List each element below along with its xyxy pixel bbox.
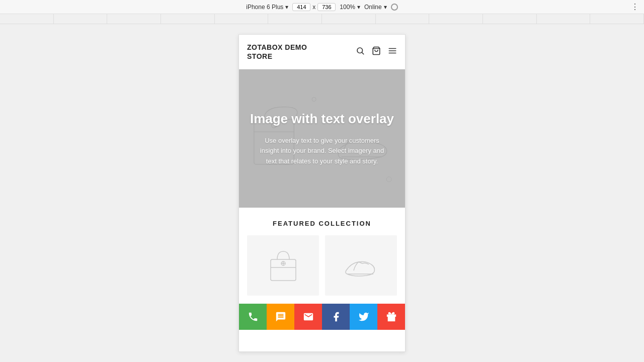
connection-selector[interactable]: Online ▾ [364,4,387,11]
ruler-tick [483,14,537,24]
menu-icon[interactable] [388,46,397,58]
gift-button[interactable] [377,304,405,330]
store-icons [356,46,397,58]
zoom-selector[interactable]: 100% ▾ [340,4,360,11]
ruler-tick [537,14,591,24]
social-bar [239,304,405,330]
phone-frame: ZOTABOX DEMO STORE [238,34,406,352]
product-card-1[interactable] [247,235,319,296]
ruler-tick [161,14,215,24]
width-input[interactable] [292,3,310,11]
device-dropdown-icon[interactable]: ▾ [285,4,288,11]
phone-icon [248,311,259,322]
chat-icon [275,311,286,322]
ruler-tick [376,14,430,24]
store-header: ZOTABOX DEMO STORE [239,35,405,69]
main-area: ZOTABOX DEMO STORE [0,24,644,362]
chat-button[interactable] [267,304,294,330]
product-image-bag [263,245,303,286]
store-title: ZOTABOX DEMO STORE [247,43,307,61]
ruler [0,14,644,24]
x-separator: x [312,4,315,11]
status-indicator [391,4,398,11]
cart-icon[interactable] [372,46,381,58]
hero-subtitle: Use overlay text to give your customers … [257,136,387,167]
facebook-icon [331,311,342,322]
ruler-tick [590,14,644,24]
twitter-button[interactable] [350,304,377,330]
zoom-dropdown-icon[interactable]: ▾ [357,4,360,11]
hero-title: Image with text overlay [250,111,394,128]
hero-section: Image with text overlay Use overlay text… [239,69,405,208]
svg-line-1 [362,52,363,54]
twitter-icon [358,311,369,322]
ruler-tick [54,14,108,24]
facebook-button[interactable] [322,304,350,330]
search-icon[interactable] [356,46,365,58]
product-card-2[interactable] [325,235,397,296]
ruler-tick [0,14,54,24]
device-selector[interactable]: iPhone 6 Plus ▾ [246,4,288,11]
zoom-label: 100% [340,4,355,11]
connection-dropdown-icon[interactable]: ▾ [384,4,387,11]
ruler-tick [429,14,483,24]
featured-section: FEATURED COLLECTION [239,208,405,304]
featured-collection-title: FEATURED COLLECTION [247,220,397,227]
svg-rect-19 [386,315,395,317]
device-label: iPhone 6 Plus [246,4,283,11]
product-image-shoe [341,245,381,286]
hero-content: Image with text overlay Use overlay text… [240,101,404,177]
dimensions-area: x [292,3,336,11]
ruler-tick [215,14,269,24]
gift-icon [386,311,397,322]
email-icon [303,311,314,322]
email-button[interactable] [294,304,322,330]
ruler-tick [268,14,322,24]
toolbar: iPhone 6 Plus ▾ x 100% ▾ Online ▾ ⋮ [0,0,644,14]
phone-button[interactable] [239,304,267,330]
height-input[interactable] [317,3,336,11]
more-options-button[interactable]: ⋮ [631,2,639,12]
ruler-tick [107,14,161,24]
ruler-tick [322,14,376,24]
product-grid [247,235,397,296]
connection-label: Online [364,4,382,11]
svg-point-12 [386,177,391,182]
